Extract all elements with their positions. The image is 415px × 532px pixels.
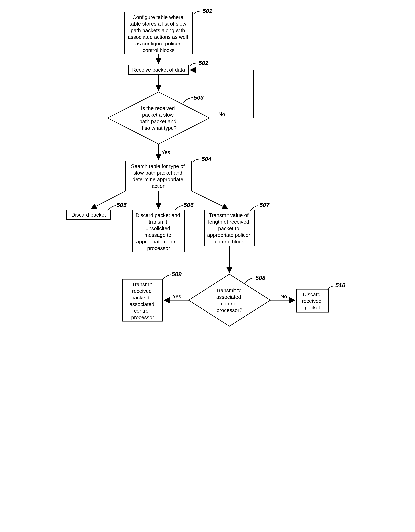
node-508-diamond bbox=[188, 274, 270, 326]
node-510-text: Discard received packet bbox=[302, 291, 323, 311]
ref-509-leader bbox=[163, 275, 171, 280]
ref-506-leader bbox=[175, 206, 183, 210]
ref-502: 502 bbox=[199, 60, 209, 66]
ref-507: 507 bbox=[259, 202, 270, 208]
ref-502-leader bbox=[190, 63, 197, 66]
ref-508-leader bbox=[244, 278, 255, 283]
ref-509: 509 bbox=[172, 271, 182, 277]
ref-503-leader bbox=[183, 98, 193, 103]
ref-508: 508 bbox=[256, 274, 266, 281]
ref-506: 506 bbox=[184, 202, 194, 208]
edge-508-yes-label: Yes bbox=[173, 293, 181, 299]
ref-505: 505 bbox=[117, 202, 127, 208]
edge-504-507 bbox=[192, 191, 229, 209]
edge-503-no bbox=[190, 70, 253, 118]
ref-504: 504 bbox=[202, 156, 212, 162]
edge-508-no-label: No bbox=[280, 293, 287, 299]
ref-504-leader bbox=[193, 159, 201, 162]
ref-501-leader bbox=[194, 11, 202, 14]
ref-510: 510 bbox=[335, 282, 345, 288]
node-502-text: Receive packet of data bbox=[132, 67, 185, 73]
ref-503: 503 bbox=[194, 94, 203, 101]
ref-501: 501 bbox=[203, 8, 212, 14]
node-505-text: Discard packet bbox=[71, 212, 106, 218]
edge-503-no-label: No bbox=[219, 111, 225, 117]
edge-503-yes-label: Yes bbox=[162, 149, 170, 155]
